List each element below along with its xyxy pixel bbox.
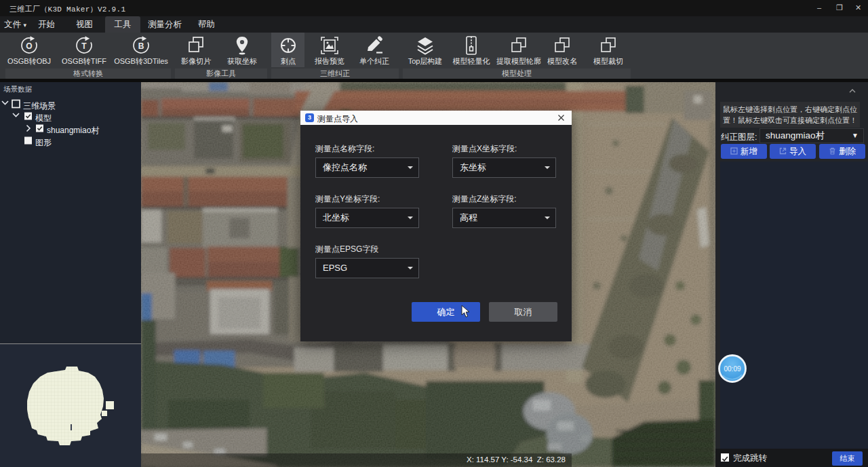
svg-text:O: O xyxy=(26,41,32,51)
svg-text:00:09: 00:09 xyxy=(724,365,741,373)
svg-text:T: T xyxy=(81,41,87,51)
svg-text:B: B xyxy=(138,41,144,51)
